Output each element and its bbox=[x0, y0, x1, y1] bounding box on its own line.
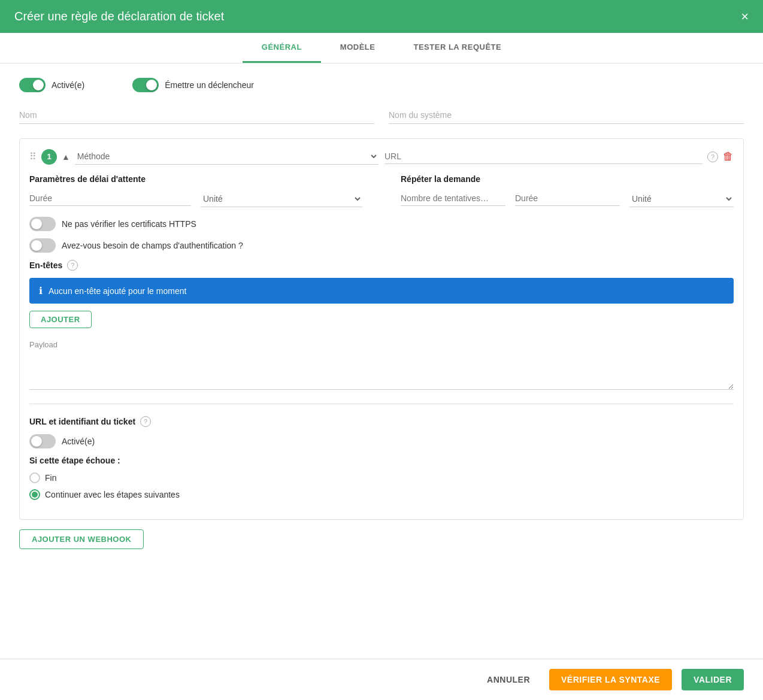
url-ticket-title: URL et identifiant du ticket bbox=[29, 417, 135, 426]
url-ticket-toggle-row: Activé(e) bbox=[29, 434, 734, 449]
toggle-trigger-label: Émettre un déclencheur bbox=[165, 80, 254, 90]
tab-general[interactable]: GÉNÉRAL bbox=[243, 33, 321, 63]
nom-field-group bbox=[19, 107, 374, 124]
nom-input[interactable] bbox=[19, 107, 374, 124]
headers-empty-banner: ℹ Aucun en-tête ajouté pour le moment bbox=[29, 278, 734, 304]
verify-button[interactable]: VÉRIFIER LA SYNTAXE bbox=[549, 669, 672, 690]
name-fields-row bbox=[19, 107, 744, 124]
tab-bar: GÉNÉRAL MODÈLE TESTER LA REQUÊTE bbox=[0, 33, 763, 63]
modal-title: Créer une règle de déclaration de ticket bbox=[14, 10, 224, 23]
params-row-right: Unité Secondes Minutes bbox=[401, 191, 734, 207]
toggle-auth[interactable] bbox=[29, 238, 56, 253]
if-fail-label: Si cette étape échoue : bbox=[29, 456, 734, 465]
url-input[interactable] bbox=[384, 149, 703, 164]
modal-header: Créer une règle de déclaration de ticket… bbox=[0, 0, 763, 33]
add-webhook-button[interactable]: AJOUTER UN WEBHOOK bbox=[19, 529, 144, 549]
left-col: Paramètres de délai d'attente Unité Seco… bbox=[29, 174, 382, 217]
tab-tester[interactable]: TESTER LA REQUÊTE bbox=[394, 33, 520, 63]
webhook-header-left: ⠿ 1 ▲ Méthode GET POST PUT DELETE bbox=[29, 149, 379, 165]
unite-select[interactable]: Unité Secondes Minutes bbox=[201, 191, 362, 207]
toggle-url-ticket-slider[interactable] bbox=[29, 434, 56, 449]
params-sections: Paramètres de délai d'attente Unité Seco… bbox=[29, 174, 734, 217]
collapse-button[interactable]: ▲ bbox=[62, 152, 70, 162]
modal-footer: ANNULER VÉRIFIER LA SYNTAXE VALIDER bbox=[0, 659, 763, 700]
radio-fin-label: Fin bbox=[45, 473, 56, 483]
webhook-card-header: ⠿ 1 ▲ Méthode GET POST PUT DELETE ? 🗑 bbox=[29, 149, 734, 165]
auth-label: Avez-vous besoin de champs d'authentific… bbox=[62, 241, 243, 250]
nb-tentatives-input[interactable] bbox=[401, 191, 505, 206]
modal-body: Activé(e) Émettre un déclencheur bbox=[0, 63, 763, 659]
radio-continue-circle[interactable] bbox=[29, 489, 40, 500]
unite2-field: Unité Secondes Minutes bbox=[629, 191, 734, 207]
step-badge: 1 bbox=[41, 149, 57, 165]
right-col: Répéter la demande Unité Secondes bbox=[382, 174, 734, 217]
webhook-card: ⠿ 1 ▲ Méthode GET POST PUT DELETE ? 🗑 bbox=[19, 138, 744, 520]
duree-input[interactable] bbox=[29, 191, 191, 206]
payload-label: Payload bbox=[29, 340, 734, 349]
toggle-https[interactable] bbox=[29, 217, 56, 231]
radio-continue-label: Continuer avec les étapes suivantes bbox=[45, 490, 180, 499]
url-ticket-help-icon[interactable]: ? bbox=[140, 416, 151, 427]
toggle-active[interactable] bbox=[19, 78, 46, 92]
headers-title: En-têtes bbox=[29, 260, 62, 270]
toggle-https-slider[interactable] bbox=[29, 217, 56, 231]
payload-section: Payload bbox=[29, 340, 734, 392]
unite2-select[interactable]: Unité Secondes Minutes bbox=[629, 191, 734, 207]
webhook-header-right: ? 🗑 bbox=[384, 149, 734, 164]
toggle-active-slider[interactable] bbox=[19, 78, 46, 92]
headers-help-icon[interactable]: ? bbox=[67, 260, 78, 271]
divider bbox=[29, 404, 734, 404]
payload-textarea[interactable] bbox=[29, 354, 734, 390]
params-section-title: Paramètres de délai d'attente bbox=[29, 174, 362, 184]
https-toggle-row: Ne pas vérifier les certificats HTTPS bbox=[29, 217, 734, 231]
close-button[interactable]: × bbox=[741, 10, 749, 23]
url-help-icon[interactable]: ? bbox=[707, 151, 718, 162]
modal-container: Créer une règle de déclaration de ticket… bbox=[0, 0, 763, 700]
nb-tentatives-field bbox=[401, 191, 505, 207]
toggle-active-label: Activé(e) bbox=[52, 80, 84, 90]
radio-group: Fin Continuer avec les étapes suivantes bbox=[29, 472, 734, 500]
params-row-left: Unité Secondes Minutes bbox=[29, 191, 362, 207]
https-label: Ne pas vérifier les certificats HTTPS bbox=[62, 219, 196, 229]
duree-field bbox=[29, 191, 191, 207]
radio-continue-option[interactable]: Continuer avec les étapes suivantes bbox=[29, 489, 734, 500]
toggle-trigger[interactable] bbox=[132, 78, 159, 92]
add-header-button[interactable]: AJOUTER bbox=[29, 311, 92, 328]
toggle-url-ticket[interactable] bbox=[29, 434, 56, 449]
toggle-auth-slider[interactable] bbox=[29, 238, 56, 253]
radio-fin-option[interactable]: Fin bbox=[29, 472, 734, 483]
radio-fin-circle[interactable] bbox=[29, 472, 40, 483]
auth-toggle-row: Avez-vous besoin de champs d'authentific… bbox=[29, 238, 734, 253]
url-ticket-active-label: Activé(e) bbox=[62, 437, 95, 446]
cancel-button[interactable]: ANNULER bbox=[477, 669, 540, 690]
url-ticket-header: URL et identifiant du ticket ? bbox=[29, 416, 734, 427]
method-select[interactable]: Méthode GET POST PUT DELETE bbox=[75, 149, 379, 165]
info-icon: ℹ bbox=[39, 285, 43, 296]
toggles-row: Activé(e) Émettre un déclencheur bbox=[19, 78, 744, 92]
duree2-input[interactable] bbox=[515, 191, 620, 206]
tab-modele[interactable]: MODÈLE bbox=[321, 33, 395, 63]
toggle-trigger-group: Émettre un déclencheur bbox=[132, 78, 254, 92]
unite-field: Unité Secondes Minutes bbox=[201, 191, 362, 207]
headers-section-header: En-têtes ? bbox=[29, 260, 734, 271]
validate-button[interactable]: VALIDER bbox=[682, 669, 744, 690]
toggle-active-group: Activé(e) bbox=[19, 78, 84, 92]
headers-empty-text: Aucun en-tête ajouté pour le moment bbox=[49, 286, 186, 296]
drag-handle-icon[interactable]: ⠿ bbox=[29, 151, 37, 162]
duree2-field bbox=[515, 191, 620, 207]
nom-systeme-field-group bbox=[389, 107, 744, 124]
nom-systeme-input[interactable] bbox=[389, 107, 744, 124]
delete-webhook-icon[interactable]: 🗑 bbox=[723, 150, 734, 163]
toggle-trigger-slider[interactable] bbox=[132, 78, 159, 92]
if-fail-section: Si cette étape échoue : Fin Continuer av… bbox=[29, 456, 734, 500]
repeat-section-title: Répéter la demande bbox=[401, 174, 734, 184]
